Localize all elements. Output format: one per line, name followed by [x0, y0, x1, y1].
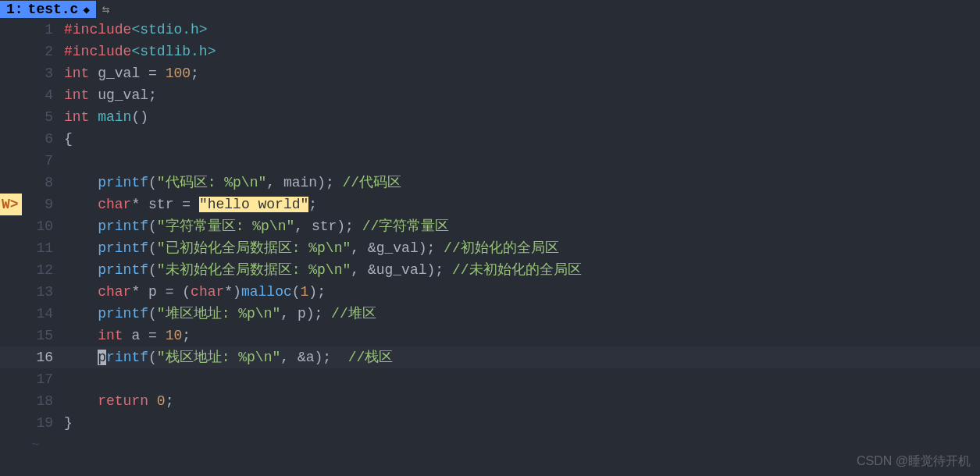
- code-content[interactable]: printf("堆区地址: %p\n", p); //堆区: [64, 303, 980, 325]
- code-content[interactable]: {: [64, 128, 980, 150]
- code-content[interactable]: char* str = "hello world";: [64, 194, 980, 215]
- tab-bar: 1: test.c ◆ ⇆: [0, 0, 980, 19]
- tab-index: 1:: [6, 2, 23, 17]
- code-line[interactable]: 18 return 0;: [0, 390, 980, 412]
- code-line[interactable]: 13 char* p = (char*)malloc(1);: [0, 281, 980, 303]
- code-content[interactable]: #include<stdio.h>: [64, 19, 980, 41]
- code-editor[interactable]: 1#include<stdio.h>2#include<stdlib.h>3in…: [0, 19, 980, 456]
- code-content[interactable]: }: [64, 412, 980, 434]
- warning-gutter: [0, 172, 22, 194]
- token: "代码区: %p\n": [157, 175, 266, 190]
- modified-indicator-icon: ◆: [83, 3, 89, 16]
- token: p: [98, 350, 106, 365]
- code-content[interactable]: printf("代码区: %p\n", main); //代码区: [64, 172, 980, 194]
- code-line[interactable]: 11 printf("已初始化全局数据区: %p\n", &g_val); //…: [0, 237, 980, 259]
- code-line[interactable]: 14 printf("堆区地址: %p\n", p); //堆区: [0, 303, 980, 325]
- code-line[interactable]: 19}: [0, 412, 980, 434]
- code-content[interactable]: int g_val = 100;: [64, 62, 980, 84]
- line-number: 16: [22, 346, 64, 368]
- line-number: 9: [22, 194, 64, 215]
- token: main: [283, 175, 317, 190]
- token: &: [368, 262, 376, 278]
- code-line[interactable]: 17: [0, 368, 980, 390]
- token: *: [131, 284, 148, 300]
- token: ;: [166, 393, 174, 409]
- token: (: [292, 284, 301, 300]
- line-number: 5: [22, 106, 64, 128]
- code-line[interactable]: 16 printf("栈区地址: %p\n", &a); //栈区: [0, 346, 980, 368]
- code-line[interactable]: 10 printf("字符常量区: %p\n", str); //字符常量区: [0, 215, 980, 237]
- token: ;: [191, 66, 199, 81]
- token: ): [233, 284, 241, 300]
- token: =: [148, 328, 166, 343]
- code-line[interactable]: 1#include<stdio.h>: [0, 19, 980, 41]
- token: ;: [148, 87, 157, 103]
- token: &: [368, 240, 376, 256]
- token: str: [148, 197, 182, 212]
- token: //堆区: [331, 306, 376, 321]
- code-line[interactable]: 3int g_val = 100;: [0, 62, 980, 84]
- token: main: [98, 109, 131, 125]
- warning-gutter: [0, 84, 22, 106]
- token: (: [148, 262, 157, 278]
- line-number: 14: [22, 303, 64, 325]
- token: "已初始化全局数据区: %p\n": [157, 240, 351, 256]
- token: );: [306, 306, 331, 321]
- token: <stdio.h>: [131, 22, 207, 37]
- token: ,: [280, 350, 298, 365]
- code-content[interactable]: int ug_val;: [64, 84, 980, 106]
- warning-gutter: [0, 303, 22, 325]
- warning-gutter: [0, 281, 22, 303]
- token: int: [64, 109, 98, 125]
- tab-arrows-icon: ⇆: [96, 2, 110, 17]
- token: =: [182, 197, 199, 212]
- warning-gutter: [0, 259, 22, 281]
- code-line[interactable]: 12 printf("未初始化全局数据区: %p\n", &ug_val); /…: [0, 259, 980, 281]
- warning-gutter: [0, 325, 22, 346]
- file-tab[interactable]: 1: test.c ◆: [0, 1, 96, 18]
- line-number: 15: [22, 325, 64, 346]
- warning-gutter: [0, 128, 22, 150]
- token: ,: [294, 218, 312, 234]
- line-number: 17: [22, 368, 64, 390]
- token: (): [131, 109, 148, 125]
- code-content[interactable]: [64, 368, 980, 390]
- token: printf: [98, 306, 148, 321]
- warning-gutter: [0, 237, 22, 259]
- line-number: 1: [22, 19, 64, 41]
- token: "hello world": [199, 197, 308, 212]
- code-content[interactable]: int a = 10;: [64, 325, 980, 346]
- code-content[interactable]: printf("字符常量区: %p\n", str); //字符常量区: [64, 215, 980, 237]
- code-content[interactable]: [64, 150, 980, 172]
- line-number: 11: [22, 237, 64, 259]
- token: char: [191, 284, 224, 300]
- code-content[interactable]: int main(): [64, 106, 980, 128]
- code-line[interactable]: W>9 char* str = "hello world";: [0, 194, 980, 215]
- code-line[interactable]: 7: [0, 150, 980, 172]
- line-number: 8: [22, 172, 64, 194]
- code-line[interactable]: 8 printf("代码区: %p\n", main); //代码区: [0, 172, 980, 194]
- token: ,: [351, 262, 368, 278]
- code-line[interactable]: 4int ug_val;: [0, 84, 980, 106]
- warning-gutter: [0, 19, 22, 41]
- code-content[interactable]: #include<stdlib.h>: [64, 41, 980, 62]
- token: *: [131, 197, 148, 212]
- code-content[interactable]: char* p = (char*)malloc(1);: [64, 281, 980, 303]
- token: );: [337, 218, 362, 234]
- token: printf: [98, 175, 148, 190]
- warning-gutter: W>: [0, 194, 22, 215]
- token: int: [64, 87, 98, 103]
- code-content[interactable]: printf("未初始化全局数据区: %p\n", &ug_val); //未初…: [64, 259, 980, 281]
- code-line[interactable]: 2#include<stdlib.h>: [0, 41, 980, 62]
- token: a: [306, 350, 315, 365]
- token: (: [148, 240, 157, 256]
- code-line[interactable]: 6{: [0, 128, 980, 150]
- code-line[interactable]: 15 int a = 10;: [0, 325, 980, 346]
- code-content[interactable]: printf("栈区地址: %p\n", &a); //栈区: [64, 346, 980, 368]
- token: "堆区地址: %p\n": [157, 306, 280, 321]
- token: p: [298, 306, 306, 321]
- token: //初始化的全局区: [444, 240, 559, 256]
- code-line[interactable]: 5int main(): [0, 106, 980, 128]
- code-content[interactable]: return 0;: [64, 390, 980, 412]
- code-content[interactable]: printf("已初始化全局数据区: %p\n", &g_val); //初始化…: [64, 237, 980, 259]
